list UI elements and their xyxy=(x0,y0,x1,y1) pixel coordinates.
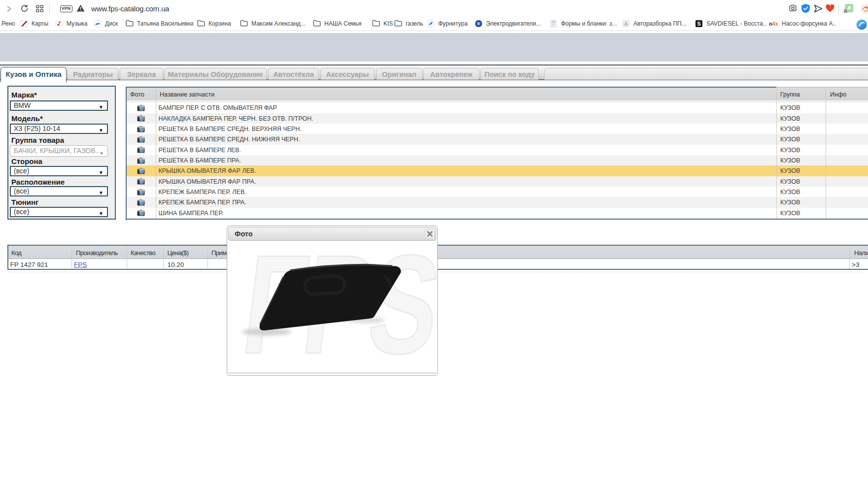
svg-text:4x: 4x xyxy=(772,21,779,27)
svg-text:S: S xyxy=(697,21,701,27)
